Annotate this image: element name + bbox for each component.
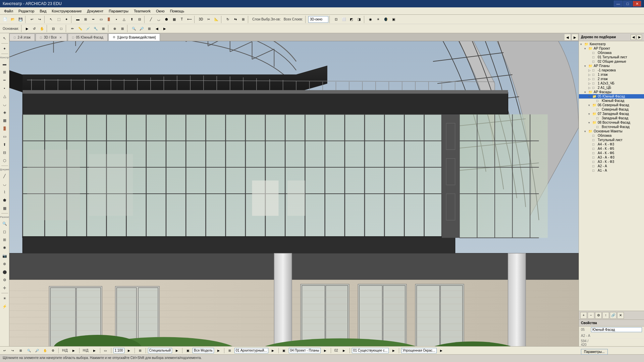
next-view[interactable]: ▶ <box>161 25 168 32</box>
wall-left[interactable]: ▬ <box>1 60 8 68</box>
tab-3d[interactable]: □ 3D / Все ✕ <box>36 34 67 41</box>
material-btn[interactable]: ▣ <box>390 16 397 23</box>
arc-left[interactable]: ◡ <box>1 180 8 188</box>
wall-tool[interactable]: ▬ <box>74 16 82 23</box>
bt-simplified-nav[interactable]: ▶ <box>438 348 445 354</box>
bt-project-nav[interactable]: ▶ <box>322 348 329 354</box>
tree-toggle-11[interactable]: ▾ <box>584 90 588 94</box>
mesh-left[interactable]: ⊞ <box>1 236 8 243</box>
zoom-in[interactable]: 🔍 <box>130 25 138 32</box>
tree-toggle-9[interactable]: ▷ <box>588 82 592 85</box>
tree-toggle-16[interactable]: ▾ <box>588 112 592 116</box>
sun-btn[interactable]: ☀ <box>375 16 382 23</box>
tree-item-8[interactable]: ▷□2 этаж <box>579 77 644 81</box>
zoom-out[interactable]: 🔎 <box>138 25 145 32</box>
object-left[interactable]: ⬡ <box>1 157 8 164</box>
bt-settings[interactable]: ⚙ <box>50 348 56 354</box>
lamp-left[interactable]: ✱ <box>1 244 8 251</box>
tree-item-19[interactable]: □Восточный Фасад <box>579 125 644 129</box>
fill-tool[interactable]: ▦ <box>170 16 178 23</box>
bt-existing-nav[interactable]: ▶ <box>390 348 397 354</box>
tree-item-6[interactable]: ▷□-1 парковка <box>579 68 644 72</box>
render-btn[interactable]: ◉ <box>367 16 374 23</box>
door-tool[interactable]: 🚪 <box>105 16 112 23</box>
tree-item-28[interactable]: □А2 - А <box>579 164 644 168</box>
menu-item-окно[interactable]: Окно <box>153 8 167 14</box>
save-button[interactable]: 💾 <box>17 16 24 23</box>
bt-nd2-nav[interactable]: ▶ <box>91 348 98 354</box>
measure-btn[interactable]: 📏 <box>76 25 84 32</box>
3d-window[interactable]: 3D <box>197 16 205 23</box>
door-left[interactable]: 🚪 <box>1 125 8 132</box>
tree-toggle-14[interactable]: ▾ <box>588 104 592 107</box>
stair-tool[interactable]: ⬆ <box>128 16 136 23</box>
tree-item-9[interactable]: ▷□1 А2х3_ЧБ <box>579 81 644 85</box>
bt-undo[interactable]: ↩ <box>1 348 8 354</box>
section-tool[interactable]: ✂ <box>205 16 212 23</box>
tree-item-1[interactable]: ▾📁АР Проект <box>579 46 644 51</box>
bt-frame[interactable]: ▭ <box>102 348 109 354</box>
close-button[interactable]: ✕ <box>633 1 641 7</box>
menu-item-вид[interactable]: Вид <box>37 8 49 14</box>
rp-collapse-btn[interactable]: ◀ <box>631 35 636 40</box>
window-tool[interactable]: ▭ <box>97 16 105 23</box>
dim-tool[interactable]: ⟵ <box>186 16 193 23</box>
menu-item-документ[interactable]: Документ <box>85 8 106 14</box>
offset-tool[interactable]: ⊞ <box>239 16 247 23</box>
column-left[interactable]: ⊞ <box>1 68 8 76</box>
column-tool[interactable]: ⊞ <box>82 16 89 23</box>
bt-zoom-out[interactable]: 🔎 <box>34 348 40 354</box>
3d-btn-2[interactable]: □ <box>57 25 65 32</box>
bt-arch-icon[interactable]: ⊞ <box>226 348 233 354</box>
model-dropdown[interactable]: Вся Модель <box>193 348 214 353</box>
tab-floor-plan[interactable]: □ 2-й этаж <box>9 34 35 41</box>
compass-left[interactable]: ✛ <box>1 284 8 292</box>
viewport[interactable] <box>9 41 579 346</box>
menu-item-файл[interactable]: Файл <box>1 8 16 14</box>
inject-btn[interactable]: 🔧 <box>92 25 99 32</box>
snap-btn[interactable]: ⊕ <box>111 25 118 32</box>
tree-item-18[interactable]: ▾📁08 Восточный Фасад <box>579 120 644 125</box>
stair-left[interactable]: ⬆ <box>1 141 8 148</box>
marquee-tool[interactable]: ⬚ <box>55 16 62 23</box>
camera-left[interactable]: 📷 <box>1 252 8 259</box>
scale-dropdown[interactable]: 1:100 <box>113 348 124 353</box>
view-btn-3[interactable]: ◩ <box>348 16 355 23</box>
rotate-view[interactable]: ↺ <box>31 25 38 32</box>
menu-item-помощь[interactable]: Помощь <box>167 8 187 14</box>
new-item-btn[interactable]: + <box>580 312 587 319</box>
prop-value-1[interactable] <box>591 327 642 332</box>
bt-scale-nav[interactable]: ▶ <box>126 348 132 354</box>
align-btn[interactable]: ⊞ <box>100 25 107 32</box>
tree-item-0[interactable]: ▾📁Кинотеатр <box>579 42 644 46</box>
bt-plan-icon[interactable]: ▣ <box>281 348 287 354</box>
view-btn-2[interactable]: ⬜ <box>340 16 347 23</box>
tree-toggle-12[interactable]: ▾ <box>588 95 592 98</box>
grid-btn[interactable]: ⊞ <box>119 25 126 32</box>
close-item-btn[interactable]: ✕ <box>617 312 624 319</box>
tree-toggle-1[interactable]: ▾ <box>584 47 588 50</box>
tree-toggle-7[interactable]: ▷ <box>588 73 592 76</box>
shadow-btn[interactable]: 🌒 <box>382 16 390 23</box>
bt-model-icon[interactable]: ▣ <box>184 348 191 354</box>
menu-item-teamwork[interactable]: Teamwork <box>131 8 153 14</box>
tree-item-13[interactable]: □Южный Фасад <box>579 99 644 103</box>
bt-zoom-in[interactable]: 🔍 <box>25 348 32 354</box>
tree-item-16[interactable]: ▾📁07 Западный Фасад <box>579 112 644 116</box>
shell-left[interactable]: ◡ <box>1 101 8 108</box>
curtain-left[interactable]: ▦ <box>1 117 8 124</box>
tree-item-11[interactable]: ▾📁АР Фасады <box>579 90 644 94</box>
bt-zoom-fit[interactable]: ⊞ <box>17 348 24 354</box>
menu-item-конструирование[interactable]: Конструирование <box>49 8 84 14</box>
up-item-btn[interactable]: ↑ <box>602 312 609 319</box>
tree-item-23[interactable]: □А4 - К - Ф3 <box>579 142 644 146</box>
menu-item-параметры[interactable]: Параметры <box>106 8 131 14</box>
tree-item-15[interactable]: □Северный Фасад <box>579 107 644 112</box>
tree-toggle-10[interactable]: ▷ <box>588 86 592 89</box>
arc-tool[interactable]: ◡ <box>155 16 162 23</box>
tree-item-22[interactable]: □Титульный лист <box>579 138 644 142</box>
tab-interaction[interactable]: ⚙ [Центр Взаимодействия] <box>108 34 160 41</box>
bt-nd1-nav[interactable]: ▶ <box>70 348 77 354</box>
tree-item-7[interactable]: ▷□1 этаж <box>579 72 644 77</box>
delete-item-btn[interactable]: − <box>588 312 594 319</box>
